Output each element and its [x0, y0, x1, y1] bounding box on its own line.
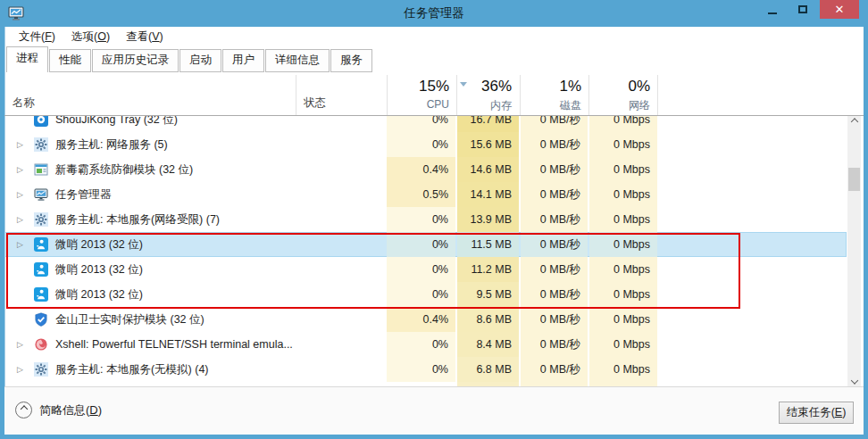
scroll-down-button[interactable] — [847, 372, 861, 386]
scroll-up-button[interactable] — [847, 116, 861, 130]
service-gear-icon — [34, 212, 48, 227]
window-title: 任务管理器 — [0, 5, 868, 21]
service-gear-icon — [34, 137, 48, 152]
column-header-memory[interactable]: 36% 内存 — [456, 72, 519, 115]
process-network-value: 0 Mbps — [589, 282, 657, 307]
tab-性能[interactable]: 性能 — [49, 49, 91, 72]
process-memory-value: 6.8 MB — [457, 357, 519, 382]
close-button[interactable]: ✕ — [820, 0, 859, 19]
tab-启动[interactable]: 启动 — [179, 49, 221, 72]
collapse-circle-icon — [15, 402, 32, 418]
process-disk-value: 0 MB/秒 — [521, 282, 588, 307]
process-memory-value: 15.6 MB — [457, 132, 519, 157]
process-name: Xshell: Powerful TELNET/SSH terminal emu… — [55, 332, 293, 357]
process-disk-value: 0 MB/秒 — [521, 232, 588, 257]
process-network-value: 0 Mbps — [589, 332, 657, 357]
process-row-3[interactable]: ▷新毒霸系统防御模块 (32 位)0.4%14.6 MB0 MB/秒0 Mbps — [4, 157, 847, 182]
process-cpu-value: 0% — [387, 282, 455, 307]
process-memory-value: 14.1 MB — [457, 182, 519, 207]
memory-label: 内存 — [456, 95, 519, 113]
process-row-4[interactable]: ▷任务管理器0.5%14.1 MB0 MB/秒0 Mbps — [4, 182, 847, 207]
process-row-8[interactable]: 微哨 2013 (32 位)0%9.5 MB0 MB/秒0 Mbps — [4, 282, 847, 307]
fewer-details-toggle[interactable]: 简略信息(D) — [15, 402, 102, 418]
column-separator — [296, 75, 296, 115]
process-row-10[interactable]: ▷Xshell: Powerful TELNET/SSH terminal em… — [4, 332, 847, 357]
column-separator — [657, 75, 658, 115]
process-row-1[interactable]: ShouJiKong Tray (32 位)0%16.7 MB0 MB/秒0 M… — [4, 116, 847, 132]
process-network-value: 0 Mbps — [589, 357, 657, 382]
expand-arrow-icon[interactable]: ▷ — [17, 232, 28, 257]
process-row-2[interactable]: ▷服务主机: 网络服务 (5)0%15.6 MB0 MB/秒0 Mbps — [4, 132, 847, 157]
tab-进程[interactable]: 进程 — [6, 46, 48, 72]
column-header-disk[interactable]: 1% 磁盘 — [520, 72, 588, 115]
minimize-button[interactable] — [759, 0, 786, 19]
process-network-value: 0 Mbps — [589, 157, 657, 182]
scrollbar-thumb[interactable] — [848, 168, 860, 191]
process-cpu-value: 0% — [387, 132, 455, 157]
process-cpu-value: 0% — [387, 232, 455, 257]
process-network-value: 0 Mbps — [589, 232, 657, 257]
disk-label: 磁盘 — [520, 95, 588, 113]
process-row-5[interactable]: ▷服务主机: 本地服务(网络受限) (7)0%13.9 MB0 MB/秒0 Mb… — [4, 207, 847, 232]
task-manager-icon — [34, 187, 48, 202]
expand-arrow-icon[interactable]: ▷ — [17, 357, 28, 382]
process-name: 服务主机: 网络服务 (5) — [55, 132, 168, 157]
maximize-button[interactable] — [789, 0, 816, 19]
expand-arrow-icon[interactable]: ▷ — [17, 132, 28, 157]
process-disk-value: 0 MB/秒 — [521, 182, 588, 207]
minimize-icon — [768, 12, 777, 14]
menu-item-f[interactable]: 文件(F) — [12, 27, 63, 47]
process-name: 微哨 2013 (32 位) — [55, 282, 143, 307]
end-task-button[interactable]: 结束任务(E) — [779, 402, 854, 424]
expand-arrow-icon[interactable]: ▷ — [17, 157, 28, 182]
network-label: 网络 — [588, 95, 657, 113]
chevron-down-icon — [850, 377, 857, 384]
tab-用户[interactable]: 用户 — [222, 49, 264, 72]
tab-服务[interactable]: 服务 — [330, 49, 372, 72]
titlebar[interactable]: 任务管理器 ✕ — [0, 0, 868, 27]
vertical-scrollbar[interactable] — [847, 116, 861, 386]
process-disk-value: 0 MB/秒 — [521, 157, 588, 182]
cpu-label: CPU — [387, 95, 456, 111]
menu-item-v[interactable]: 查看(V) — [119, 27, 171, 47]
column-header-row: 名称 状态 15% CPU 36% 内存 1% 磁盘 0% 网络 — [4, 72, 864, 116]
menu-bar: 文件(F)选项(O)查看(V) — [4, 27, 864, 47]
menu-item-o[interactable]: 选项(O) — [64, 27, 117, 47]
process-memory-value: 11.5 MB — [457, 232, 519, 257]
weishao-icon — [34, 262, 48, 277]
footer-bar: 简略信息(D) 结束任务(E) — [4, 386, 864, 435]
expand-arrow-icon[interactable]: ▷ — [17, 332, 28, 357]
disk-total-percent: 1% — [520, 72, 588, 95]
chevron-up-icon — [850, 118, 857, 125]
column-header-network[interactable]: 0% 网络 — [588, 72, 657, 115]
process-memory-value: 14.6 MB — [457, 157, 519, 182]
shoujikong-icon — [34, 116, 48, 127]
process-name: 服务主机: 本地服务(网络受限) (7) — [55, 207, 220, 232]
expand-arrow-icon[interactable]: ▷ — [17, 207, 28, 232]
tab-应用历史记录[interactable]: 应用历史记录 — [92, 49, 179, 72]
process-memory-value: 8.6 MB — [457, 307, 519, 332]
column-header-status[interactable]: 状态 — [304, 95, 326, 111]
column-header-name[interactable]: 名称 — [13, 95, 35, 111]
process-name: 新毒霸系统防御模块 (32 位) — [55, 157, 193, 182]
process-disk-value: 0 MB/秒 — [521, 307, 588, 332]
app-window-icon — [34, 162, 48, 177]
process-network-value: 0 Mbps — [589, 116, 657, 132]
expand-arrow-icon[interactable]: ▷ — [17, 182, 28, 207]
process-row-9[interactable]: 金山卫士实时保护模块 (32 位)0.4%8.6 MB0 MB/秒0 Mbps — [4, 307, 847, 332]
process-name: 微哨 2013 (32 位) — [55, 257, 143, 282]
process-row-11[interactable]: ▷服务主机: 本地服务(无模拟) (4)0%6.8 MB0 MB/秒0 Mbps — [4, 357, 847, 382]
process-network-value: 0 Mbps — [589, 257, 657, 282]
process-cpu-value: 0.5% — [387, 182, 455, 207]
process-memory-value: 8.4 MB — [457, 332, 519, 357]
process-name: ShouJiKong Tray (32 位) — [55, 116, 178, 132]
process-row-6[interactable]: ▷微哨 2013 (32 位)0%11.5 MB0 MB/秒0 Mbps — [4, 232, 847, 257]
task-manager-window: 任务管理器 ✕ 文件(F)选项(O)查看(V) 进程性能应用历史记录启动用户详细… — [0, 0, 868, 439]
process-disk-value: 0 MB/秒 — [521, 207, 588, 232]
process-name: 微哨 2013 (32 位) — [55, 232, 143, 257]
process-cpu-value: 0.4% — [387, 307, 455, 332]
process-row-7[interactable]: 微哨 2013 (32 位)0%11.2 MB0 MB/秒0 Mbps — [4, 257, 847, 282]
tab-详细信息[interactable]: 详细信息 — [265, 49, 330, 72]
column-header-cpu[interactable]: 15% CPU — [387, 72, 456, 115]
process-memory-value: 11.2 MB — [457, 257, 519, 282]
